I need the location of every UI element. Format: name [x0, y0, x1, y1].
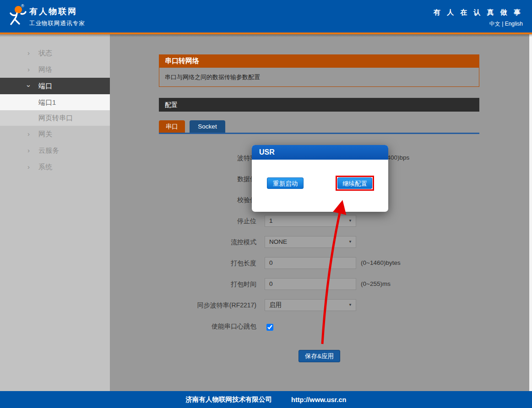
serial-heartbeat-checkbox[interactable]: [266, 324, 273, 331]
form-row-heartbeat: 使能串口心跳包: [159, 320, 507, 332]
field-label: 波特率: [165, 152, 256, 164]
sidebar-item-label: 网页转串口: [38, 114, 73, 122]
field-label: 同步波特率(RF2217): [165, 299, 256, 311]
restart-button[interactable]: 重新启动: [267, 177, 304, 189]
chevron-down-icon: ›: [21, 85, 37, 87]
chevron-right-icon: ›: [27, 142, 35, 159]
sidebar-item-status[interactable]: › 状态: [0, 45, 110, 61]
caret-down-icon: ▼: [348, 236, 352, 247]
brand-title: 有人物联网: [29, 6, 85, 17]
flow-control-select[interactable]: NONE ▼: [265, 236, 356, 248]
form-row-flow-control: 流控模式 NONE ▼: [159, 236, 507, 248]
sidebar-nav: › 状态 › 网络 › 端口 端口1 网页转串口 › 网关 › 云服务 › 系统: [0, 34, 110, 391]
form-row-stop-bits: 停止位 1 ▼: [159, 215, 507, 227]
dialog-title: USR: [252, 145, 388, 160]
header-right: 有 人 在 认 真 做 事 中文 | English: [434, 8, 523, 28]
page-title: 串口转网络: [159, 54, 479, 67]
save-apply-button[interactable]: 保存&应用: [299, 350, 340, 362]
lang-separator: |: [502, 21, 503, 27]
tab-serial[interactable]: 串口: [159, 120, 185, 133]
field-label: 流控模式: [165, 236, 256, 248]
sidebar-item-cloud[interactable]: › 云服务: [0, 142, 110, 159]
field-label: 打包长度: [165, 257, 256, 269]
caret-down-icon: ▼: [348, 215, 352, 226]
pack-length-input[interactable]: 0: [265, 257, 356, 269]
header-shadow: [0, 34, 532, 37]
usr-logo-icon: [5, 5, 27, 28]
select-value: 1: [269, 217, 273, 224]
form-row-rf2217: 同步波特率(RF2217) 启用 ▼: [159, 299, 507, 311]
vertical-scrollbar[interactable]: [529, 34, 532, 391]
field-label: 数据位: [165, 173, 256, 185]
sidebar-item-web-to-serial[interactable]: 网页转串口: [0, 110, 110, 126]
select-value: 启用: [269, 301, 282, 308]
field-label: 打包时间: [165, 278, 256, 290]
brand-block: 有人物联网 工业物联网通讯专家: [29, 6, 85, 27]
stop-bits-select[interactable]: 1 ▼: [265, 215, 356, 227]
main-content: [110, 34, 532, 391]
sidebar-item-port1[interactable]: 端口1: [0, 94, 110, 110]
sidebar-item-network[interactable]: › 网络: [0, 61, 110, 78]
caret-down-icon: ▼: [348, 300, 352, 311]
usr-config-page: ® 有人物联网 工业物联网通讯专家 有 人 在 认 真 做 事 中文 | Eng…: [0, 0, 532, 408]
form-row-pack-length: 打包长度 0 (0~1460)bytes: [159, 257, 507, 269]
rf2217-select[interactable]: 启用 ▼: [265, 299, 356, 311]
registered-mark: ®: [21, 4, 24, 8]
sidebar-item-label: 系统: [38, 163, 52, 171]
sidebar-item-label: 云服务: [38, 146, 59, 154]
chevron-right-icon: ›: [27, 61, 35, 78]
chevron-right-icon: ›: [27, 45, 35, 61]
page-description: 串口与网络之间的数据传输参数配置: [159, 67, 479, 87]
sidebar-item-label: 网关: [38, 130, 52, 138]
field-label: 使能串口心跳包: [165, 320, 256, 332]
footer-url-link[interactable]: http://www.usr.cn: [291, 396, 346, 403]
sidebar-item-label: 端口: [38, 82, 52, 90]
field-label: 停止位: [165, 215, 256, 227]
footer-company: 济南有人物联网技术有限公司: [186, 395, 272, 404]
chevron-right-icon: ›: [27, 126, 35, 142]
sidebar-item-system[interactable]: › 系统: [0, 159, 110, 175]
sidebar-item-label: 状态: [38, 49, 52, 57]
top-header: ® 有人物联网 工业物联网通讯专家 有 人 在 认 真 做 事 中文 | Eng…: [0, 0, 532, 32]
field-hint: (0~255)ms: [361, 278, 391, 290]
select-value: NONE: [269, 238, 287, 245]
page-footer: 济南有人物联网技术有限公司 http://www.usr.cn: [0, 391, 532, 408]
input-value: 0: [269, 259, 273, 266]
field-hint: (0~1460)bytes: [361, 257, 401, 269]
field-label: 校验位: [165, 194, 256, 206]
brand-subtitle: 工业物联网通讯专家: [29, 20, 85, 27]
input-value: 0: [269, 280, 273, 287]
tab-socket[interactable]: Socket: [190, 120, 225, 133]
lang-english-link[interactable]: English: [505, 21, 523, 27]
header-accent-line: [0, 32, 532, 34]
chevron-right-icon: ›: [27, 159, 35, 175]
tab-underline: [159, 133, 479, 134]
sidebar-item-label: 网络: [38, 65, 52, 73]
sidebar-item-port[interactable]: › 端口: [0, 78, 110, 94]
lang-chinese-link[interactable]: 中文: [489, 21, 500, 27]
slogan-text: 有 人 在 认 真 做 事: [434, 8, 523, 17]
pack-time-input[interactable]: 0: [265, 278, 356, 290]
config-section-title: 配置: [159, 98, 479, 112]
usr-dialog: USR 重新启动 继续配置: [252, 145, 388, 212]
sidebar-item-label: 端口1: [38, 98, 56, 106]
language-switch: 中文 | English: [434, 20, 523, 28]
annotation-highlight-box: [336, 176, 374, 191]
form-row-pack-time: 打包时间 0 (0~255)ms: [159, 278, 507, 290]
sidebar-item-gateway[interactable]: › 网关: [0, 126, 110, 142]
